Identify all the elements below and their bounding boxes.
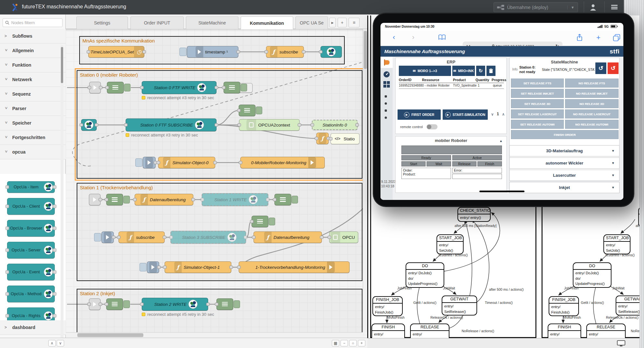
tab-scroll-right-button[interactable]: ▸	[329, 18, 336, 27]
palette-scrollbar[interactable]	[61, 45, 63, 348]
node-debug[interactable]	[274, 194, 291, 205]
no-release-lasercut-button[interactable]: NO RELEASE LASERCUT	[565, 109, 619, 118]
accordion-autonomer-wickler[interactable]: autonomer Wickler▼	[509, 157, 620, 169]
node-link-in[interactable]	[89, 298, 101, 310]
node-stationinfo0[interactable]: StationInfo 0	[312, 120, 358, 130]
nav-tab-orders[interactable]	[380, 57, 393, 68]
node-link-in[interactable]	[89, 82, 101, 93]
order-table-row[interactable]: 1699522934888 0 - mobiler Roboter TVO_Sp…	[399, 84, 504, 89]
node-opcua-client[interactable]	[321, 46, 342, 58]
set-release-fts-button[interactable]: SET RELEASE FTS	[511, 79, 564, 88]
set-release-inkjet-button[interactable]: SET RELEASE INKJET	[511, 89, 564, 98]
nav-dot-icon[interactable]	[385, 102, 387, 105]
palette-node-opcua-server[interactable]: OpcUa - Server	[7, 242, 55, 259]
delete-button[interactable]	[486, 66, 495, 76]
palette-node-opcua-browser[interactable]: OpcUa - Browser	[7, 220, 55, 237]
node-opcua2context-2[interactable]: OPCU	[329, 231, 358, 243]
no-release-inkjet-button[interactable]: NO RELEASE INKJET	[565, 89, 619, 98]
inject-button[interactable]	[179, 48, 187, 56]
deploy-caret-icon[interactable]: ▼	[567, 5, 574, 9]
palette-category-allgemein[interactable]: >Allgemein	[0, 43, 66, 58]
node-timeliste-opcua-setup[interactable]: TimeListeOPCUA_Setup ◷	[88, 46, 144, 58]
palette-category-fortgeschritten[interactable]: >Fortgeschritten	[0, 130, 66, 145]
node-trockenvorbehandlung-monitoring[interactable]: 1-Trockenvorbehandlung-Monitoring	[239, 261, 350, 273]
node-link-in[interactable]	[89, 194, 101, 205]
add-flow-button[interactable]: +	[338, 18, 347, 27]
palette-category-dashboard[interactable]: >dashboard	[0, 320, 66, 335]
debug-toggle-button[interactable]	[241, 84, 247, 91]
accordion-inkjet[interactable]: Inkjet▼	[509, 182, 620, 193]
finish-order-button[interactable]: FINISH ORDER	[511, 130, 619, 139]
tab-settings[interactable]: Settings	[76, 16, 128, 29]
debug-toggle-button[interactable]	[123, 300, 130, 308]
palette-category-parser[interactable]: >Parser	[0, 101, 66, 116]
palette-category-netzwerk[interactable]: >Netzwerk	[0, 72, 66, 87]
node-debug[interactable]	[216, 298, 233, 310]
nav-dot-icon[interactable]	[385, 109, 387, 112]
node-station0-ftf-write[interactable]: Station 0 FTF WRITE	[142, 81, 216, 94]
navigator-button[interactable]: ▦	[332, 340, 339, 346]
mro-ink-button[interactable]: ✉MRO+INK	[452, 66, 475, 76]
accordion-3d-materialauftrag[interactable]: 3D-Materialauftrag▼	[509, 145, 620, 156]
tab-statemachine[interactable]: StateMachine	[186, 16, 238, 29]
node-inject[interactable]	[101, 231, 114, 243]
reset-button[interactable]: ↺	[608, 62, 619, 74]
debug-toggle-button[interactable]	[256, 107, 262, 114]
moro-button[interactable]: ✉MORO 1-->3	[399, 66, 451, 76]
zoom-in-button[interactable]: +	[358, 340, 365, 346]
zoom-out-button[interactable]: −	[341, 340, 348, 346]
node-simulator-object-1[interactable]: ƒ Simulator-Object-1	[165, 261, 231, 273]
main-menu-button[interactable]	[608, 3, 620, 12]
node-opcua-item[interactable]	[81, 119, 97, 131]
no-release-autowi-button[interactable]: NO RELEASE AUTOWI	[565, 120, 619, 129]
bookmarks-icon[interactable]	[438, 34, 446, 40]
grid-icon[interactable]	[383, 81, 390, 88]
share-icon[interactable]	[576, 34, 583, 42]
tab-opc-ua[interactable]: OPC UA Se	[295, 16, 328, 29]
palette-category-subflows[interactable]: >Subflows	[0, 29, 66, 43]
nav-dot-icon[interactable]	[385, 117, 387, 119]
node-opcua2context[interactable]: OPCUA2context	[239, 119, 300, 131]
inject-button[interactable]	[139, 263, 147, 271]
no-release-3d-button[interactable]: NO RELEASE 3D	[565, 99, 619, 108]
display-icon[interactable]	[617, 340, 625, 347]
no-release-fts-button[interactable]: NO RELEASE FTS	[565, 79, 619, 88]
node-inject[interactable]	[147, 261, 159, 273]
set-release-lasercut-button[interactable]: SET RELEASE LASERCUT	[511, 109, 564, 118]
palette-expand-button[interactable]: ∨	[57, 340, 64, 346]
undo-button[interactable]: ↺	[595, 62, 606, 74]
debug-toggle-button[interactable]	[234, 300, 240, 308]
stepper-down-icon[interactable]: ∨	[491, 112, 494, 117]
flow-list-button[interactable]: ≡	[349, 18, 360, 27]
collapse-caret-icon[interactable]: ▲	[499, 139, 503, 143]
node-mobilerroboter-monitoring[interactable]: 0-MobilerRoboter-Monitoring	[240, 157, 325, 168]
node-station1-write[interactable]: Station 1 WRITE	[202, 193, 268, 206]
start-simulation-button[interactable]: ▶START-SIMULATION	[443, 109, 488, 120]
node-simulator-object-0[interactable]: ƒ Simulator-Object-0	[158, 157, 215, 168]
debug-toggle-button[interactable]	[123, 196, 130, 203]
node-inject[interactable]	[143, 157, 156, 168]
node-debug[interactable]	[252, 216, 268, 227]
new-tab-icon[interactable]: +	[596, 33, 601, 42]
first-order-button[interactable]: ▶FIRST ORDER	[398, 109, 441, 120]
palette-category-sequenz[interactable]: >Sequenz	[0, 87, 66, 101]
node-station0-ftf-subscribe[interactable]: Station 0 FTF SUBSCRIBE	[126, 118, 216, 131]
canvas-horizontal-scrollbar[interactable]	[66, 332, 363, 338]
palette-node-opcua-method[interactable]: OpcUa - Method	[7, 286, 55, 302]
remote-control-toggle[interactable]	[427, 124, 437, 129]
tabs-icon[interactable]	[613, 34, 620, 41]
node-inject-timestamp[interactable]: timestamp ¹	[187, 46, 238, 58]
palette-search-input[interactable]: Nodes filtern	[3, 18, 62, 27]
zoom-reset-button[interactable]: ○	[349, 340, 357, 346]
inject-button[interactable]	[94, 233, 101, 241]
node-debug[interactable]	[106, 298, 123, 310]
palette-category-funktion[interactable]: >Funktion	[0, 58, 66, 72]
set-release-autowi-button[interactable]: SET RELEASE AUTOWI	[511, 120, 564, 129]
group-station2[interactable]: Station 2 (Inkjet)	[77, 289, 362, 338]
tab-kommunikation[interactable]: Kommunikation	[241, 16, 293, 29]
node-debug[interactable]	[107, 82, 124, 93]
node-station3-subscribe[interactable]: Station 3 SUBSCRIBE	[170, 231, 246, 244]
node-datenaufbereitung-1[interactable]: ƒ Datenaufbereitung	[135, 194, 193, 205]
canvas-vertical-scrollbar[interactable]	[363, 29, 367, 332]
accordion-lasercutter[interactable]: Lasercutter▼	[509, 170, 620, 181]
